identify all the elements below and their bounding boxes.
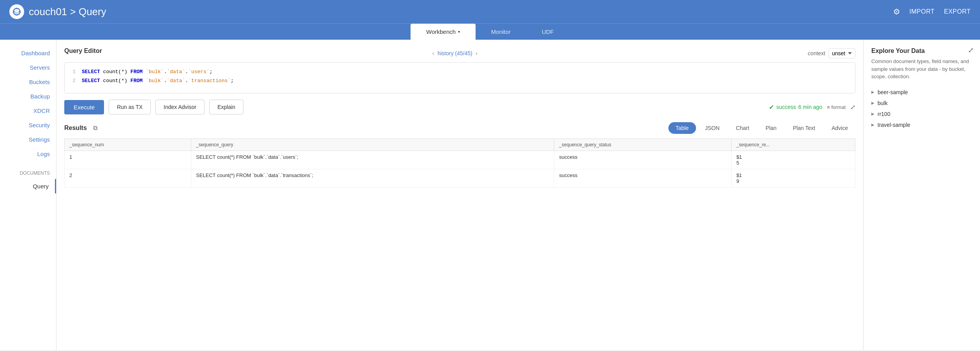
cell-seq-query-1: SELECT count(*) FROM `bulk`.`data`.`user… [191,151,554,169]
explain-button[interactable]: Explain [209,100,243,114]
index-advisor-button[interactable]: Index Advisor [155,100,204,114]
explore-beer-sample[interactable]: ▶ beer-sample [871,87,972,98]
subnav-udf-label: UDF [542,28,554,35]
cell-seq-query-2: SELECT count(*) FROM `bulk`.`data`.`tran… [191,169,554,188]
table-body: 1 SELECT count(*) FROM `bulk`.`data`.`us… [65,151,855,188]
col-sequence-num: _sequence_num [65,139,191,151]
context-label: context [808,50,825,56]
export-button[interactable]: EXPORT [944,8,971,15]
execute-button[interactable]: Execute [64,100,104,114]
main-content: Query Editor ‹ history (45/45) › context… [56,40,980,350]
execution-status: ✔ success 6 min ago [769,104,822,111]
tab-plan[interactable]: Plan [758,122,784,134]
toolbar-right: ✔ success 6 min ago ≡ format ⤢ [769,104,855,111]
code-line-2: 2 SELECT count(*) FROM `bulk`.`data`.`tr… [69,76,850,85]
result-key-1: $1 [736,154,850,160]
table-row: 1 SELECT count(*) FROM `bulk`.`data`.`us… [65,151,855,169]
sidebar-item-settings[interactable]: Settings [0,132,56,147]
table-header: _sequence_num _sequence_query _sequence_… [65,139,855,151]
line-number-2: 2 [69,76,76,85]
format-icon: ≡ [827,104,830,110]
result-tabs: Table JSON Chart Plan Plan Text Advice [668,122,855,134]
main-layout: Dashboard Servers Buckets Backup XDCR Se… [0,40,980,350]
sidebar-item-buckets[interactable]: Buckets [0,75,56,89]
bucket-bulk: bulk [878,100,888,106]
sidebar-item-servers[interactable]: Servers [0,60,56,75]
sidebar-item-logs[interactable]: Logs [0,147,56,161]
panel-expand-icon[interactable]: ⤢ [968,46,974,54]
results-title: Results [64,125,87,132]
format-button[interactable]: ≡ format [827,104,846,110]
tab-json[interactable]: JSON [698,122,727,134]
sidebar: Dashboard Servers Buckets Backup XDCR Se… [0,40,56,350]
cell-seq-num-1: 1 [65,151,191,169]
result-val-2: 9 [736,178,850,184]
copy-icon[interactable]: ⧉ [93,125,97,132]
cell-seq-result-1: $1 5 [731,151,855,169]
sidebar-documents-section: Documents Query [0,167,56,193]
col-sequence-result: _sequence_re... [731,139,855,151]
explore-panel-desc: Common document types, field names, and … [871,58,972,81]
format-label: format [831,104,846,110]
results-table: _sequence_num _sequence_query _sequence_… [64,139,855,188]
cell-seq-status-2: success [554,169,731,188]
col-sequence-status: _sequence_query_status [554,139,731,151]
code-editor[interactable]: 1 SELECT count(*) FROM `bulk`.`data`.`us… [64,62,855,93]
result-val-1: 5 [736,160,850,166]
bucket-travel-sample: travel-sample [878,122,910,128]
results-header: Results ⧉ Table JSON Chart Plan Plan Tex… [64,122,855,134]
app-header: couch01 > Query ⚙ IMPORT EXPORT [0,0,980,23]
bucket-rr100: rr100 [878,111,890,117]
history-label[interactable]: history (45/45) [437,50,472,56]
tab-plan-text[interactable]: Plan Text [786,122,823,134]
run-as-tx-button[interactable]: Run as TX [109,100,151,114]
header-left: couch01 > Query [9,4,106,19]
dropdown-arrow-icon: ▾ [458,30,460,34]
import-button[interactable]: IMPORT [909,8,935,15]
subnav-monitor-label: Monitor [491,28,511,35]
explore-panel: ⤢ Explore Your Data Common document type… [863,40,980,350]
expand-arrow-icon: ▶ [871,123,874,127]
subnav-udf[interactable]: UDF [526,24,569,40]
logo [9,4,24,19]
explore-rr100[interactable]: ▶ rr100 [871,109,972,119]
settings-icon[interactable]: ⚙ [893,7,900,16]
expand-icon[interactable]: ⤢ [850,104,855,111]
cell-seq-num-2: 2 [65,169,191,188]
tab-chart[interactable]: Chart [728,122,756,134]
table-row: 2 SELECT count(*) FROM `bulk`.`data`.`tr… [65,169,855,188]
tab-table[interactable]: Table [668,122,696,134]
explore-bulk[interactable]: ▶ bulk [871,98,972,109]
subnav: Workbench ▾ Monitor UDF [0,23,980,40]
expand-arrow-icon: ▶ [871,112,874,116]
history-nav: ‹ history (45/45) › [432,50,478,57]
tab-advice[interactable]: Advice [824,122,855,134]
page-title: couch01 > Query [29,6,106,18]
subnav-workbench[interactable]: Workbench ▾ [411,24,476,40]
history-next-icon[interactable]: › [476,50,478,57]
time-ago: 6 min ago [798,104,822,110]
col-sequence-query: _sequence_query [191,139,554,151]
subnav-monitor[interactable]: Monitor [476,24,526,40]
context-area: context unset [808,48,855,58]
sidebar-item-backup[interactable]: Backup [0,89,56,104]
line-number-1: 1 [69,67,76,76]
toolbar: Execute Run as TX Index Advisor Explain … [64,100,855,114]
status-label: success [776,104,796,110]
explore-travel-sample[interactable]: ▶ travel-sample [871,119,972,130]
cell-seq-status-1: success [554,151,731,169]
history-prev-icon[interactable]: ‹ [432,50,434,57]
expand-arrow-icon: ▶ [871,101,874,105]
context-select[interactable]: unset [828,48,855,58]
sidebar-item-security[interactable]: Security [0,118,56,132]
bucket-beer-sample: beer-sample [878,89,908,95]
explore-panel-title: Explore Your Data [871,47,972,54]
cell-seq-result-2: $1 9 [731,169,855,188]
check-icon: ✔ [769,104,774,111]
code-text-2: SELECT count(*) FROM `bulk`.`data`.`tran… [82,76,234,85]
sidebar-item-query[interactable]: Query [0,179,56,193]
sidebar-item-xdcr[interactable]: XDCR [0,104,56,118]
code-line-1: 1 SELECT count(*) FROM `bulk`.`data`.`us… [69,67,850,76]
result-key-2: $1 [736,172,850,178]
sidebar-item-dashboard[interactable]: Dashboard [0,46,56,60]
